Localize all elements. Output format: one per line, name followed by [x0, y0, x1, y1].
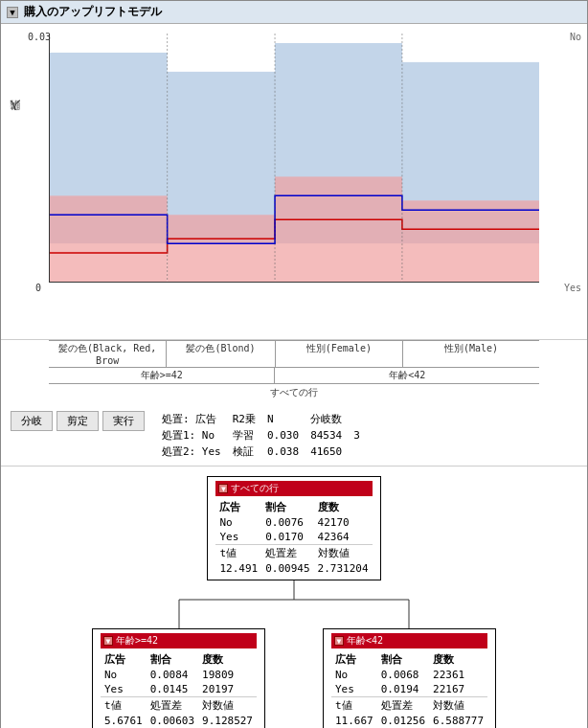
toolbar-info: 処置: 広告 R2乗 N 分岐数 処置1: No 学習 0.030 84534 … [156, 411, 366, 460]
y-tick-zero: 0 [35, 283, 41, 293]
collapse-button[interactable]: ▼ [7, 7, 18, 18]
root-col3: 度数 [314, 499, 373, 515]
root-stat-l1: t値 [215, 545, 261, 562]
root-col1: 広告 [215, 499, 261, 515]
right-stat-v1: 11.667 [331, 714, 377, 728]
right-row2-c1: Yes [331, 682, 377, 697]
split-label-left: 年齢>=42 [49, 368, 275, 383]
left-col1: 広告 [101, 651, 147, 668]
title-bar: ▼ 購入のアップリフトモデル [1, 1, 587, 24]
window-title: 購入のアップリフトモデル [24, 4, 162, 20]
right-node-table: 広告 割合 度数 No 0.0068 22361 Yes [331, 651, 487, 728]
root-col2: 割合 [261, 499, 313, 515]
split-labels-row: 年齢>=42 年齢<42 [49, 367, 539, 383]
right-node-title: ▼ 年齢<42 [331, 633, 487, 648]
tree-connector-svg [93, 580, 495, 628]
yes-series-label: Yes [564, 283, 581, 293]
root-node-table: 広告 割合 度数 No 0.0076 42170 Yes 0.0170 4236… [215, 499, 372, 576]
right-stat-v2: 0.01256 [377, 714, 429, 728]
root-stat-l3: 対数値 [314, 545, 373, 562]
tree-area: ▼ すべての行 広告 割合 度数 No 0.0076 42170 [1, 466, 587, 728]
row1-n: 84534 [305, 427, 348, 444]
root-row2-c1: Yes [215, 530, 261, 545]
r2-header: R2乗 [227, 411, 261, 427]
right-stat-l1: t値 [331, 697, 377, 715]
row2-type: 検証 [227, 444, 261, 460]
svg-rect-4 [50, 195, 168, 282]
axis-label-1: 髪の色(Black, Red, Brow [49, 341, 167, 367]
right-node: ▼ 年齢<42 広告 割合 度数 No 0.0068 [323, 628, 496, 728]
left-stat-v2: 0.00603 [147, 714, 198, 728]
root-row2-c2: 0.0170 [261, 530, 313, 545]
left-branch-item: ▼ 年齢>=42 広告 割合 度数 No 0.0084 [92, 628, 265, 728]
prune-button[interactable]: 剪定 [57, 411, 99, 431]
y-tick-max: 0.03 [28, 32, 51, 42]
row2-n: 41650 [305, 444, 348, 460]
left-stat-l1: t値 [101, 697, 147, 715]
n-header: N [261, 411, 305, 427]
left-collapse-btn[interactable]: ▼ [103, 636, 113, 646]
axis-label-4: 性別(Male) [403, 341, 539, 367]
right-row1-c2: 0.0068 [377, 668, 429, 682]
all-rows-chart-label: すべての行 [49, 383, 539, 401]
left-stat-l3: 対数値 [198, 697, 257, 715]
root-node: ▼ すべての行 広告 割合 度数 No 0.0076 42170 [207, 476, 380, 580]
left-row1-c2: 0.0084 [147, 668, 198, 682]
root-row1-c3: 42170 [314, 515, 373, 530]
root-row2-c3: 42364 [314, 530, 373, 545]
right-row1-c3: 22361 [429, 668, 487, 682]
toolbar: 分岐 剪定 実行 処置: 広告 R2乗 N 分岐数 処置1: No 学習 0.0… [1, 405, 587, 466]
split-label-right: 年齢<42 [275, 368, 539, 383]
root-stat-v1: 12.491 [215, 561, 261, 576]
run-button[interactable]: 実行 [102, 411, 145, 431]
chart-area: 購入 0.03 0 No Yes [1, 24, 587, 340]
axis-label-3: 性別(Female) [276, 341, 403, 367]
svg-rect-6 [275, 176, 402, 282]
axis-labels-row: 髪の色(Black, Red, Brow 髪の色(Blond) 性別(Femal… [49, 340, 539, 367]
right-row1-c1: No [331, 668, 377, 682]
right-stat-l2: 処置差 [377, 697, 429, 715]
root-stat-v3: 2.731204 [314, 561, 373, 576]
treatment-label: 処置: 広告 [156, 411, 227, 427]
right-col2: 割合 [377, 651, 429, 668]
main-window: ▼ 購入のアップリフトモデル 購入 0.03 0 No Yes [0, 0, 588, 728]
tree-container: ▼ すべての行 広告 割合 度数 No 0.0076 42170 [11, 476, 577, 728]
root-collapse-btn[interactable]: ▼ [218, 484, 228, 493]
branch-button[interactable]: 分岐 [11, 411, 53, 431]
left-row1-c1: No [101, 668, 147, 682]
row2-treatment: 処置2: Yes [156, 444, 227, 460]
right-stat-l3: 対数値 [429, 697, 487, 715]
axis-label-2: 髪の色(Blond) [167, 341, 275, 367]
right-row2-c2: 0.0194 [377, 682, 429, 697]
root-row1-c2: 0.0076 [261, 515, 313, 530]
chart-svg [50, 34, 539, 282]
right-col3: 度数 [429, 651, 487, 668]
left-node-table: 広告 割合 度数 No 0.0084 19809 Yes [101, 651, 257, 728]
branch-row: ▼ 年齢>=42 広告 割合 度数 No 0.0084 [92, 628, 496, 728]
left-node: ▼ 年齢>=42 広告 割合 度数 No 0.0084 [92, 628, 265, 728]
left-node-title: ▼ 年齢>=42 [101, 633, 257, 648]
info-table: 処置: 広告 R2乗 N 分岐数 処置1: No 学習 0.030 84534 … [156, 411, 366, 460]
left-stat-v1: 5.6761 [101, 714, 147, 728]
no-series-label: No [570, 32, 581, 42]
root-node-title: ▼ すべての行 [215, 481, 372, 496]
chart-plot [49, 34, 539, 283]
svg-rect-5 [168, 215, 275, 282]
splits-header: 分岐数 [305, 411, 348, 427]
left-row1-c3: 19809 [198, 668, 257, 682]
left-row2-c1: Yes [101, 682, 147, 697]
left-col3: 度数 [198, 651, 257, 668]
right-col1: 広告 [331, 651, 377, 668]
right-collapse-btn[interactable]: ▼ [334, 636, 344, 646]
row1-treatment: 処置1: No [156, 427, 227, 444]
right-branch-item: ▼ 年齢<42 広告 割合 度数 No 0.0068 [323, 628, 496, 728]
left-stat-v3: 9.128527 [198, 714, 257, 728]
row1-r2: 0.030 [261, 427, 305, 444]
root-stat-v2: 0.00945 [261, 561, 313, 576]
left-row2-c2: 0.0145 [147, 682, 198, 697]
root-stat-l2: 処置差 [261, 545, 313, 562]
row2-r2: 0.038 [261, 444, 305, 460]
row1-splits: 3 [348, 427, 366, 444]
row1-type: 学習 [227, 427, 261, 444]
svg-rect-7 [402, 200, 539, 282]
